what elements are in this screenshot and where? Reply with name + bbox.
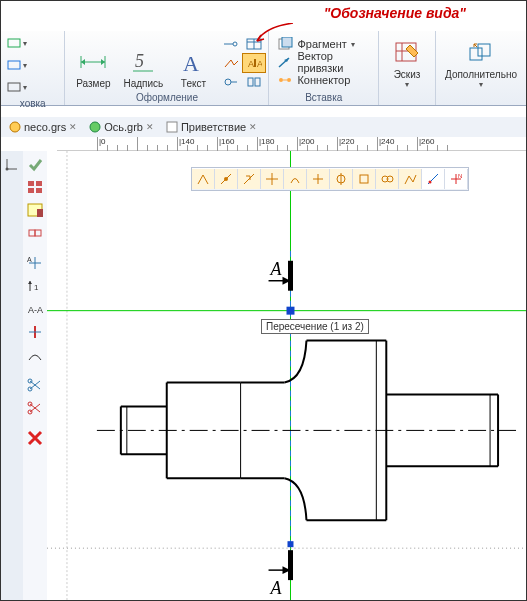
connector-button[interactable]: Коннектор (273, 71, 374, 89)
svg-point-32 (90, 122, 100, 132)
svg-text:5: 5 (135, 51, 144, 71)
accept-icon[interactable] (24, 153, 46, 175)
ft-btn-11[interactable] (422, 169, 445, 189)
size-button[interactable]: Размер (69, 34, 117, 90)
svg-rect-43 (37, 209, 43, 217)
doc-tab[interactable]: neco.grs ✕ (5, 120, 81, 134)
close-icon[interactable]: ✕ (249, 122, 257, 132)
ruler-mark (217, 137, 218, 151)
svg-rect-41 (36, 188, 42, 193)
ribbon-group-design: Размер 5 Надпись A Текст AA Оформление (65, 31, 269, 105)
ruler-mark (137, 137, 138, 151)
ribbon-group-label (383, 91, 431, 105)
svg-point-78 (429, 181, 432, 184)
svg-point-24 (287, 78, 291, 82)
canvas[interactable]: А А (47, 151, 526, 600)
doc-icon (89, 121, 101, 133)
ribbon-group-more: Дополнительно▾ (436, 31, 526, 105)
svg-point-37 (6, 168, 9, 171)
design-sm-6[interactable] (242, 72, 266, 92)
sketch-button[interactable]: Эскиз▾ (383, 34, 431, 90)
doc-tab-label: neco.grs (24, 121, 66, 133)
ft-btn-1[interactable] (192, 169, 215, 189)
vt2-btn-4[interactable] (24, 222, 46, 244)
text-button[interactable]: A Текст (169, 34, 217, 90)
ft-btn-3[interactable] (238, 169, 261, 189)
close-icon[interactable]: ✕ (146, 122, 154, 132)
svg-rect-29 (470, 48, 482, 60)
hatch-option-1[interactable]: ▾ (5, 33, 29, 53)
ft-btn-6[interactable] (307, 169, 330, 189)
vt2-btn-3[interactable] (24, 199, 46, 221)
ribbon-group-label (440, 91, 522, 105)
doc-tab-label: Приветствие (181, 121, 246, 133)
design-sm-5[interactable] (219, 72, 243, 92)
design-sm-3[interactable] (219, 53, 243, 73)
svg-rect-1 (8, 61, 20, 69)
caption-button[interactable]: 5 Надпись (119, 34, 167, 90)
section-label-top: А (270, 259, 283, 279)
svg-rect-74 (360, 175, 368, 183)
horizontal-ruler: |0|140|160|180|200|220|240|260 (57, 137, 526, 152)
ruler-mark (297, 137, 298, 151)
scissors-red-icon[interactable] (24, 397, 46, 419)
doc-tab[interactable]: Приветствие ✕ (162, 120, 261, 134)
floating-toolbar: N (191, 167, 469, 191)
vt2-btn-7[interactable]: A-A (24, 298, 46, 320)
svg-text:N: N (458, 173, 462, 179)
ft-btn-5[interactable] (284, 169, 307, 189)
ft-btn-2[interactable] (215, 169, 238, 189)
svg-text:A: A (257, 59, 262, 69)
svg-text:A: A (27, 256, 32, 263)
ft-btn-9[interactable] (376, 169, 399, 189)
ribbon-group-hatch: ▾ ▾ ▾ ховка (1, 31, 65, 105)
ft-btn-10[interactable] (399, 169, 422, 189)
vt2-btn-8[interactable] (24, 321, 46, 343)
snap-tooltip: Пересечение (1 из 2) (261, 319, 369, 334)
ribbon-group-label: ховка (5, 97, 60, 111)
hatch-option-2[interactable]: ▾ (5, 55, 29, 75)
svg-point-23 (279, 78, 283, 82)
svg-point-17 (225, 79, 231, 85)
svg-rect-19 (255, 78, 260, 86)
ft-btn-4[interactable] (261, 169, 284, 189)
scissors-icon[interactable] (24, 374, 46, 396)
ruler-mark (97, 137, 98, 151)
svg-point-69 (224, 177, 228, 181)
ft-btn-8[interactable] (353, 169, 376, 189)
drawing-area: |0|140|160|180|200|220|240|260 A 1 A-A (1, 137, 526, 600)
ft-btn-12[interactable]: N (445, 169, 468, 189)
ruler-mark (177, 137, 178, 151)
close-icon[interactable]: ✕ (69, 122, 77, 132)
ruler-label: |0 (99, 137, 106, 146)
svg-text:A-A: A-A (28, 305, 43, 315)
binding-vector-button[interactable]: Вектор привязки (273, 53, 374, 71)
cancel-icon[interactable] (24, 427, 46, 449)
svg-point-31 (10, 122, 20, 132)
ruler-mark (377, 137, 378, 151)
svg-rect-64 (287, 541, 293, 547)
svg-rect-45 (35, 230, 41, 236)
ribbon-group-sketch: Эскиз▾ (379, 31, 436, 105)
ft-btn-7[interactable] (330, 169, 353, 189)
doc-tab[interactable]: Ось.grb ✕ (85, 120, 158, 134)
vt2-btn-6[interactable]: 1 (24, 275, 46, 297)
more-button[interactable]: Дополнительно▾ (440, 34, 522, 90)
svg-text:A: A (248, 59, 254, 69)
design-sm-1[interactable] (219, 34, 243, 54)
vt2-btn-5[interactable]: A (24, 252, 46, 274)
svg-rect-0 (8, 39, 20, 47)
vt2-btn-2[interactable] (24, 176, 46, 198)
vertical-toolbar-2: A 1 A-A (23, 151, 48, 600)
callout-arrow (255, 23, 295, 43)
doc-icon (9, 121, 21, 133)
ruler-mark (417, 137, 418, 151)
view-designation-button[interactable]: AA (242, 53, 266, 73)
svg-rect-63 (287, 307, 295, 315)
document-tabs: neco.grs ✕ Ось.grb ✕ Приветствие ✕ (1, 117, 526, 137)
vt1-origin-icon[interactable] (1, 153, 23, 175)
hatch-option-3[interactable]: ▾ (5, 77, 29, 97)
svg-rect-44 (29, 230, 35, 236)
vt2-btn-9[interactable] (24, 344, 46, 366)
callout-annotation: "Обозначение вида" (324, 5, 466, 21)
